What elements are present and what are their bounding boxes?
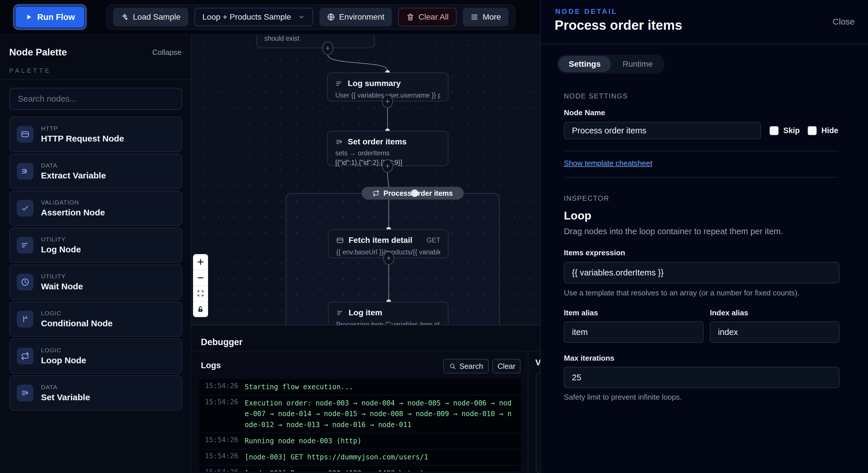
logs-title: Logs [201, 361, 221, 370]
sparkles-icon [121, 13, 129, 21]
set-variable-icon [21, 389, 29, 397]
top-toolbar: Run Flow Load Sample Loop + Products Sam… [0, 0, 540, 35]
tab-runtime[interactable]: Runtime [612, 56, 663, 72]
node-settings-section-label: NODE SETTINGS [564, 92, 838, 100]
clear-all-button[interactable]: Clear All [398, 8, 457, 26]
node-detail-panel: NODE DETAIL Process order items Close Se… [540, 0, 868, 473]
inspector-description: Drag nodes into the loop container to re… [564, 227, 838, 236]
index-alias-input[interactable] [710, 321, 839, 343]
http-method-badge: GET [427, 237, 440, 244]
log-timestamp: 15:54:26 [205, 452, 240, 463]
palette-node-item[interactable]: VALIDATION Assertion Node [9, 190, 182, 226]
divider [564, 177, 838, 178]
node-title: Set order items [348, 137, 407, 146]
flow-canvas[interactable]: should exist Log summary User {{ variabl… [191, 35, 540, 325]
run-flow-button[interactable]: Run Flow [15, 6, 85, 28]
loop-pill-title: Process order items [383, 189, 453, 198]
add-node-connector[interactable] [382, 159, 393, 173]
palette-node-item[interactable]: LOGIC Loop Node [9, 338, 182, 374]
close-button[interactable]: Close [833, 17, 855, 27]
plus-icon [325, 45, 331, 51]
add-node-connector[interactable] [382, 95, 393, 108]
toolbar-button-group: Load Sample Loop + Products Sample Envir… [106, 4, 516, 30]
logs-search-button[interactable]: Search [443, 359, 489, 373]
zoom-in-button[interactable] [193, 254, 208, 270]
max-iterations-label: Max iterations [564, 354, 838, 363]
plus-icon [385, 98, 391, 104]
sample-select-dropdown[interactable]: Loop + Products Sample [194, 8, 313, 26]
clear-all-label: Clear All [418, 12, 448, 22]
log-message: [node-003] Response 200 (199ms, 1423 byt… [245, 468, 424, 472]
palette-item-name: Conditional Node [41, 319, 113, 328]
palette-item-name: Set Variable [41, 392, 90, 402]
palette-node-item[interactable]: HTTP HTTP Request Node [9, 117, 182, 152]
log-icon [336, 309, 344, 317]
node-name-input[interactable] [564, 122, 761, 139]
log-console[interactable]: 15:54:26 Starting flow execution... 15:5… [199, 379, 521, 472]
divider [191, 351, 540, 351]
node-assertion[interactable]: should exist [256, 35, 375, 48]
search-icon [449, 363, 456, 369]
palette-item-category: UTILITY [41, 236, 81, 243]
palette-item-category: VALIDATION [41, 199, 105, 206]
log-entry: 15:54:26 Running node node-003 (http) [199, 433, 521, 449]
item-alias-input[interactable] [564, 321, 704, 343]
hide-checkbox[interactable] [808, 126, 817, 135]
environment-button[interactable]: Environment [319, 8, 392, 26]
load-sample-label: Load Sample [133, 12, 180, 22]
log-message: Execution order: node-003 → node-004 → n… [245, 398, 516, 430]
palette-item-category: LOGIC [41, 310, 113, 317]
debugger-title: Debugger [201, 337, 243, 347]
more-label: More [483, 12, 501, 22]
plus-icon [386, 255, 392, 261]
node-loop-pill[interactable]: Process order items [362, 187, 464, 200]
menu-icon [470, 13, 478, 21]
environment-label: Environment [339, 12, 384, 22]
skip-checkbox[interactable] [770, 126, 779, 135]
fit-view-button[interactable] [193, 286, 208, 302]
canvas-zoom-controls [193, 254, 208, 317]
skip-label: Skip [783, 126, 800, 135]
palette-node-item[interactable]: DATA Extract Variable [9, 154, 182, 189]
add-node-connector[interactable] [322, 41, 333, 55]
log-timestamp: 15:54:26 [205, 436, 240, 446]
max-iterations-input[interactable] [564, 367, 839, 388]
collapse-button[interactable]: Collapse [152, 48, 182, 57]
max-iterations-hint: Safety limit to prevent infinite loops. [564, 393, 838, 402]
node-log-item[interactable]: Log item Processing item {{ variables.it… [328, 302, 448, 325]
palette-header: Node Palette Collapse PALETTE [0, 35, 191, 80]
detail-kicker: NODE DETAIL [555, 7, 618, 16]
detail-tabs: Settings Runtime [557, 55, 664, 73]
debugger-panel: Debugger Logs Search Clear 15:54:26 Star… [191, 325, 540, 473]
load-sample-button[interactable]: Load Sample [113, 8, 188, 26]
palette-item-category: DATA [41, 162, 106, 169]
play-icon [25, 13, 33, 21]
node-name-label: Node Name [564, 108, 838, 117]
zoom-out-button[interactable] [193, 270, 208, 286]
loop-icon [373, 190, 379, 197]
hide-label: Hide [821, 126, 838, 135]
palette-node-item[interactable]: UTILITY Log Node [9, 228, 182, 263]
search-input[interactable] [10, 94, 182, 104]
palette-node-item[interactable]: DATA Set Variable [9, 375, 182, 411]
palette-node-item[interactable]: UTILITY Wait Node [9, 265, 182, 300]
plus-icon [385, 163, 391, 169]
palette-item-name: Wait Node [41, 282, 83, 291]
log-message: Running node node-003 (http) [245, 436, 362, 446]
palette-node-item[interactable]: LOGIC Conditional Node [9, 301, 182, 337]
variables-container [536, 372, 540, 473]
logs-clear-button[interactable]: Clear [492, 359, 521, 373]
palette-item-category: LOGIC [41, 347, 86, 354]
items-expression-input[interactable] [564, 262, 839, 283]
assertion-subtitle: should exist [264, 35, 367, 42]
items-expression-label: Items expression [564, 248, 838, 257]
http-icon [21, 130, 29, 139]
template-cheatsheet-link[interactable]: Show template cheatsheet [564, 159, 652, 168]
lock-toggle-button[interactable] [193, 301, 208, 317]
log-timestamp: 15:54:26 [205, 398, 240, 430]
detail-header: NODE DETAIL Process order items Close [541, 0, 868, 44]
add-node-connector[interactable] [383, 252, 394, 265]
more-button[interactable]: More [463, 8, 508, 26]
node-palette-sidebar: Node Palette Collapse PALETTE HTTP HTTP … [0, 35, 191, 473]
tab-settings[interactable]: Settings [558, 56, 611, 72]
